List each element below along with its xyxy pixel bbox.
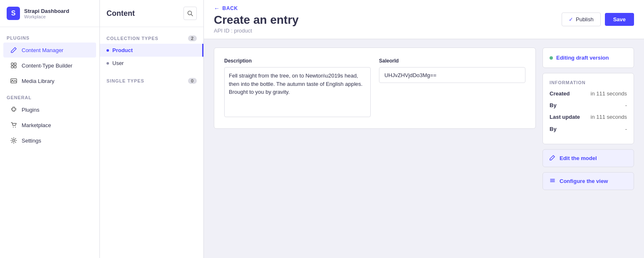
back-arrow-icon: ← xyxy=(214,5,220,12)
nav-item-user[interactable]: User xyxy=(100,57,203,70)
last-update-by-key: By xyxy=(550,125,557,133)
description-group: Description Fell straight from the tree,… xyxy=(224,58,371,118)
puzzle-icon xyxy=(10,62,17,69)
svg-rect-2 xyxy=(11,66,13,68)
sidebar-nav: PLUGINS Content Manager xyxy=(0,27,99,258)
content-search-button[interactable] xyxy=(183,7,197,20)
saleor-id-group: SaleorId xyxy=(379,58,525,118)
form-card: Description Fell straight from the tree,… xyxy=(214,48,536,129)
user-label: User xyxy=(112,60,124,66)
main-area: ← BACK Create an entry API ID : product … xyxy=(204,0,644,258)
main-content: Description Fell straight from the tree,… xyxy=(204,39,644,258)
sidebar-item-media-library[interactable]: Media Library xyxy=(3,73,96,88)
svg-rect-0 xyxy=(11,63,13,65)
app-logo: S xyxy=(7,7,20,20)
sidebar-item-marketplace[interactable]: Marketplace xyxy=(3,118,96,133)
single-types-count: 0 xyxy=(188,78,197,84)
collection-types-count: 2 xyxy=(188,35,197,41)
created-by-key: By xyxy=(550,102,557,109)
content-panel-title: Content xyxy=(107,9,135,18)
sidebar-header: S Strapi Dashboard Workplace xyxy=(0,0,99,27)
information-title: INFORMATION xyxy=(550,80,627,85)
app-sub: Workplace xyxy=(24,14,69,19)
svg-point-8 xyxy=(13,140,15,142)
form-area: Description Fell straight from the tree,… xyxy=(214,48,536,250)
content-panel: Content COLLECTION TYPES 2 Product User xyxy=(100,0,204,258)
draft-version-label: draft version xyxy=(576,55,609,61)
sidebar-item-label: Content-Type Builder xyxy=(22,63,72,69)
status-card: Editing draft version xyxy=(542,48,634,68)
description-label: Description xyxy=(224,58,371,64)
api-id: API ID : product xyxy=(214,28,299,34)
general-section-label: GENERAL xyxy=(0,92,99,102)
sidebar-item-plugins[interactable]: Plugins xyxy=(3,102,96,117)
inactive-dot xyxy=(107,62,109,65)
svg-rect-1 xyxy=(14,63,16,65)
plugins-section-label: PLUGINS xyxy=(0,32,99,42)
last-update-val: in 111 seconds xyxy=(591,113,627,121)
sidebar-item-content-type-builder[interactable]: Content-Type Builder xyxy=(3,58,96,73)
publish-button[interactable]: ✓ Publish xyxy=(562,13,601,26)
description-input[interactable]: Fell straight from the tree, on to Newto… xyxy=(224,67,371,117)
created-by-val: - xyxy=(625,102,627,109)
last-update-by-val: - xyxy=(625,125,627,133)
svg-rect-3 xyxy=(14,66,16,68)
last-update-key: Last update xyxy=(550,113,580,121)
created-val: in 111 seconds xyxy=(591,90,627,98)
right-panel: Editing draft version INFORMATION Create… xyxy=(542,48,634,250)
saleor-id-input[interactable] xyxy=(379,67,525,83)
draft-text: Editing draft version xyxy=(556,55,609,61)
sidebar-item-label: Content Manager xyxy=(22,47,63,53)
sidebar-item-content-manager[interactable]: Content Manager xyxy=(3,43,96,58)
cart-icon xyxy=(10,121,17,129)
svg-point-6 xyxy=(13,127,14,128)
single-types-section: SINGLE TYPES 0 xyxy=(100,73,203,86)
created-key: Created xyxy=(550,90,570,98)
content-panel-header: Content xyxy=(100,0,203,27)
sidebar-item-label: Settings xyxy=(22,138,41,144)
image-icon xyxy=(10,77,17,85)
sidebar-item-label: Media Library xyxy=(22,78,54,84)
main-header: ← BACK Create an entry API ID : product … xyxy=(204,0,644,39)
draft-badge: Editing draft version xyxy=(550,55,627,61)
product-label: Product xyxy=(112,47,133,53)
check-icon: ✓ xyxy=(569,16,573,23)
sidebar-item-label: Plugins xyxy=(22,107,40,113)
page-title: Create an entry xyxy=(214,13,299,27)
svg-point-7 xyxy=(15,127,16,128)
puzzle-icon xyxy=(10,106,17,113)
form-row: Description Fell straight from the tree,… xyxy=(224,58,525,118)
created-row: Created in 111 seconds xyxy=(550,90,627,98)
list-icon xyxy=(550,178,555,185)
saleor-id-label: SaleorId xyxy=(379,58,525,64)
edit-model-button[interactable]: Edit the model xyxy=(542,149,634,167)
last-update-row: Last update in 111 seconds xyxy=(550,113,627,121)
draft-status-dot xyxy=(550,56,553,60)
sidebar-item-settings[interactable]: Settings xyxy=(3,133,96,148)
nav-item-product[interactable]: Product xyxy=(100,44,203,57)
configure-view-button[interactable]: Configure the view xyxy=(542,172,634,190)
header-actions: ✓ Publish Save xyxy=(562,13,634,26)
edit-pencil-icon xyxy=(550,155,555,162)
pencil-icon xyxy=(10,46,17,54)
last-update-by-row: By - xyxy=(550,125,627,133)
sidebar-item-label: Marketplace xyxy=(22,122,51,128)
active-dot xyxy=(107,49,109,52)
information-card: INFORMATION Created in 111 seconds By - … xyxy=(542,73,634,144)
app-name: Strapi Dashboard xyxy=(24,8,69,14)
save-button[interactable]: Save xyxy=(605,13,634,26)
back-link[interactable]: ← BACK xyxy=(214,5,299,12)
created-by-row: By - xyxy=(550,102,627,109)
gear-icon xyxy=(10,137,17,144)
sidebar: S Strapi Dashboard Workplace PLUGINS Con… xyxy=(0,0,100,258)
collection-types-section: COLLECTION TYPES 2 xyxy=(100,30,203,44)
